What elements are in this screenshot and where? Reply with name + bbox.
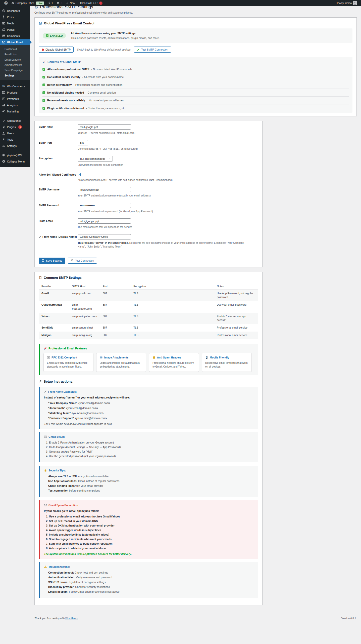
new-menu[interactable]: New — [64, 0, 77, 6]
rocket-icon — [43, 347, 47, 350]
sidebar-item-plugins[interactable]: Plugins 1 — [0, 124, 30, 130]
table-row: SendGridsmtp.sendgrid.net587TLSProfessio… — [39, 324, 258, 332]
from-name-input[interactable] — [78, 234, 131, 239]
gmail-spam-prevention-box: Gmail Spam Prevention: If your emails go… — [39, 500, 258, 559]
smtp-port-input[interactable] — [78, 140, 88, 145]
smtp-host-input[interactable] — [78, 124, 131, 130]
sidebar-item-pages[interactable]: Pages — [0, 26, 30, 33]
self-signed-label: Allow Self-Signed Certificates — [39, 172, 78, 182]
sidebar-label: Plugins — [7, 126, 16, 129]
global-email-submenu: Dashboard Email Lists Email Extractor Ad… — [0, 45, 30, 80]
sidebar-item-products[interactable]: Products — [0, 89, 30, 96]
live-badge: Live — [36, 2, 44, 5]
sidebar-label: Settings — [7, 144, 17, 147]
pages-icon — [2, 28, 5, 31]
sidebar-item-media[interactable]: Media — [0, 20, 30, 26]
save-settings-button[interactable]: Save Settings — [39, 258, 65, 264]
red-dot-icon — [42, 49, 44, 51]
button-label: Test SMTP Connection — [141, 48, 168, 51]
wordpress-link[interactable]: WordPress — [65, 617, 78, 620]
comment-icon — [2, 34, 5, 37]
smtp-port-desc: Common ports: 587 (TLS), 465 (SSL), 25 (… — [78, 147, 138, 151]
encryption-desc: Encryption method for secure connection — [78, 163, 123, 167]
brush-icon — [2, 119, 5, 122]
smtp-port-label: SMTP Port — [39, 140, 78, 151]
account-menu[interactable]: Howdy, demo — [334, 0, 358, 6]
sidebar-item-dashboard[interactable]: Dashboard — [0, 8, 30, 14]
benefit-desc: - Contact forms, e-commerce, etc. — [86, 107, 126, 110]
footer-thanks: Thank you for creating with WordPress. — [34, 617, 78, 620]
submenu-item-settings[interactable]: Settings — [0, 73, 30, 78]
from-email-label: From Email — [39, 218, 78, 229]
examples-note: The From Name field above controls what … — [44, 422, 254, 425]
benefit-desc: - No more lost password issues — [87, 99, 124, 102]
benefit-row: ✓ No additional plugins needed - Complet… — [42, 89, 349, 97]
status-badge-label: ENABLED — [50, 34, 63, 37]
sidebar-label: Marketing — [7, 110, 19, 113]
plus-icon — [66, 2, 69, 5]
sidebar-item-woocommerce[interactable]: W WooCommerce — [0, 83, 30, 89]
sidebar-item-payments[interactable]: $ Payments — [0, 96, 30, 102]
feature-card-mobile: Mobile Friendly Responsive email templat… — [202, 353, 252, 372]
sidebar-item-analytics[interactable]: Analytics — [0, 102, 30, 108]
self-signed-checkbox[interactable]: ✓ — [78, 173, 81, 176]
sidebar-label: Products — [7, 91, 17, 94]
sidebar-item-marketing[interactable]: Marketing — [0, 108, 30, 114]
cleantalk-menu[interactable]: CleanTalk 4 / 2 ! — [78, 0, 105, 6]
status-badge: ✓ ENABLED — [43, 33, 66, 38]
phone-icon — [205, 356, 208, 359]
updates-menu[interactable]: 1 — [45, 0, 55, 6]
benefit-desc: - Professional headers and authenticatio… — [74, 83, 122, 86]
sidebar-item-posts[interactable]: Posts — [0, 14, 30, 20]
comments-menu[interactable]: 0 — [55, 0, 64, 6]
sidebar-item-comments[interactable]: Comments — [0, 33, 30, 39]
example-line: "Customer Support" <your-email@domain.co… — [48, 417, 254, 420]
benefit-title: Better deliverability — [47, 83, 72, 86]
sidebar-collapse-menu[interactable]: Collapse Menu — [0, 158, 30, 165]
test-smtp-connection-button[interactable]: Test SMTP Connection — [134, 47, 171, 53]
encryption-select[interactable]: TLS (Recommended) — [78, 156, 113, 162]
features-heading: Professional Email Features — [48, 347, 87, 350]
col-encryption: Encryption — [131, 283, 214, 290]
setup-instructions-heading: Setup Instructions: — [44, 380, 73, 383]
col-provider: Provider — [39, 283, 70, 290]
woocommerce-icon: W — [2, 85, 5, 88]
from-email-input[interactable] — [78, 218, 131, 224]
table-row: Gmailsmtp.gmail.com587TLSUse App Passwor… — [39, 290, 258, 301]
wordpress-logo-menu[interactable]: W — [3, 0, 10, 6]
sidebar-label: Analytics — [7, 104, 18, 107]
site-name-link[interactable]: Company Office — [10, 0, 36, 6]
comments-count: 0 — [61, 2, 62, 5]
example-line: "John Smith" <your-email@domain.com> — [48, 407, 254, 410]
sidebar-item-global-email[interactable]: Global Email — [0, 39, 30, 45]
person-icon — [2, 132, 5, 135]
benefit-row: ✓ Plugin notifications delivered - Conta… — [42, 104, 349, 112]
submenu-item-email-lists[interactable]: Email Lists — [0, 52, 30, 57]
button-label: Disable Global SMTP — [45, 48, 71, 51]
submenu-item-advertisements[interactable]: Advertisements — [0, 62, 30, 68]
sidebar-item-settings[interactable]: Settings — [0, 143, 30, 149]
smtp-username-input[interactable] — [78, 187, 131, 192]
self-signed-desc: Allow connections to SMTP servers with s… — [78, 178, 173, 182]
status-title: All WordPress emails are using your SMTP… — [71, 32, 160, 35]
sidebar-item-phpinfo-wp[interactable]: phpinfo() WP — [0, 152, 30, 158]
sidebar-item-appearance[interactable]: Appearance — [0, 117, 30, 124]
submenu-item-email-extractor[interactable]: Email Extractor — [0, 57, 30, 62]
admin-footer: Thank you for creating with WordPress. V… — [30, 610, 361, 620]
sidebar-item-users[interactable]: Users — [0, 130, 30, 136]
submenu-item-dashboard[interactable]: Dashboard — [0, 47, 30, 52]
disable-global-smtp-button[interactable]: Disable Global SMTP — [39, 47, 74, 53]
sidebar-label: WooCommerce — [7, 85, 25, 88]
professional-features-box: Professional Email Features RFC 5322 Com… — [39, 344, 258, 375]
gmail-setup-steps: Enable 2-Factor Authentication on your G… — [49, 441, 254, 458]
plugins-update-badge: 1 — [18, 125, 22, 129]
submenu-item-send-campaign[interactable]: Send Campaign — [0, 68, 30, 73]
chevron-down-icon — [108, 157, 111, 160]
smtp-password-input[interactable] — [78, 203, 131, 208]
sidebar-label: Media — [7, 22, 14, 25]
test-connection-button[interactable]: Test Connection — [68, 258, 97, 264]
smtp-providers-table: Provider SMTP Host Port Encryption Notes… — [39, 283, 258, 339]
howdy-text: Howdy, demo — [336, 2, 352, 5]
sidebar-item-tools[interactable]: Tools — [0, 136, 30, 143]
pencil-icon — [137, 48, 140, 51]
